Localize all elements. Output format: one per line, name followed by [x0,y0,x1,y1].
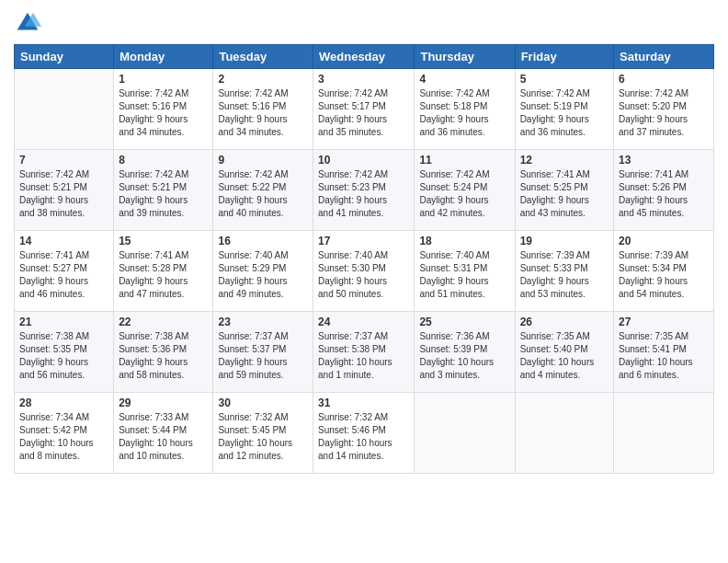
calendar-cell: 2Sunrise: 7:42 AM Sunset: 5:16 PM Daylig… [213,69,313,150]
calendar-cell [15,69,114,150]
day-number: 27 [619,316,709,328]
calendar-week-row: 21Sunrise: 7:38 AM Sunset: 5:35 PM Dayli… [15,312,714,393]
day-number: 5 [520,73,609,86]
day-number: 22 [119,316,208,328]
day-info: Sunrise: 7:42 AM Sunset: 5:18 PM Dayligh… [419,87,509,139]
day-info: Sunrise: 7:33 AM Sunset: 5:44 PM Dayligh… [119,411,208,463]
calendar-cell: 3Sunrise: 7:42 AM Sunset: 5:17 PM Daylig… [313,69,415,150]
calendar-cell: 24Sunrise: 7:37 AM Sunset: 5:38 PM Dayli… [313,312,415,393]
day-info: Sunrise: 7:42 AM Sunset: 5:21 PM Dayligh… [19,168,108,220]
day-number: 18 [419,235,509,247]
day-header-thursday: Thursday [415,45,515,69]
calendar-cell: 13Sunrise: 7:41 AM Sunset: 5:26 PM Dayli… [614,150,714,231]
day-number: 12 [520,154,609,167]
day-info: Sunrise: 7:40 AM Sunset: 5:30 PM Dayligh… [318,249,409,301]
calendar-cell: 23Sunrise: 7:37 AM Sunset: 5:37 PM Dayli… [213,312,313,393]
day-number: 29 [119,396,208,409]
day-number: 31 [318,396,409,409]
day-number: 3 [318,73,409,86]
calendar-cell: 21Sunrise: 7:38 AM Sunset: 5:35 PM Dayli… [15,312,114,393]
calendar-week-row: 1Sunrise: 7:42 AM Sunset: 5:16 PM Daylig… [15,69,714,150]
calendar-cell: 1Sunrise: 7:42 AM Sunset: 5:16 PM Daylig… [114,69,213,150]
day-number: 9 [218,154,308,167]
day-info: Sunrise: 7:42 AM Sunset: 5:21 PM Dayligh… [119,168,208,220]
day-info: Sunrise: 7:42 AM Sunset: 5:24 PM Dayligh… [419,168,509,220]
day-info: Sunrise: 7:41 AM Sunset: 5:26 PM Dayligh… [619,168,709,220]
calendar-cell: 6Sunrise: 7:42 AM Sunset: 5:20 PM Daylig… [614,69,714,150]
day-info: Sunrise: 7:42 AM Sunset: 5:16 PM Dayligh… [119,87,208,139]
day-header-monday: Monday [114,45,213,69]
calendar-cell [614,393,714,474]
day-number: 6 [619,73,709,86]
day-info: Sunrise: 7:32 AM Sunset: 5:46 PM Dayligh… [318,411,409,463]
calendar-cell: 28Sunrise: 7:34 AM Sunset: 5:42 PM Dayli… [15,393,114,474]
calendar-cell: 7Sunrise: 7:42 AM Sunset: 5:21 PM Daylig… [15,150,114,231]
day-number: 14 [19,235,108,247]
day-header-friday: Friday [515,45,613,69]
day-number: 23 [218,316,308,328]
calendar-cell: 12Sunrise: 7:41 AM Sunset: 5:25 PM Dayli… [515,150,613,231]
day-info: Sunrise: 7:42 AM Sunset: 5:19 PM Dayligh… [520,87,609,139]
day-info: Sunrise: 7:37 AM Sunset: 5:38 PM Dayligh… [318,330,409,382]
header [14,9,714,37]
day-number: 15 [119,235,208,247]
day-info: Sunrise: 7:35 AM Sunset: 5:40 PM Dayligh… [520,330,609,382]
calendar-cell: 29Sunrise: 7:33 AM Sunset: 5:44 PM Dayli… [114,393,213,474]
day-number: 2 [218,73,308,86]
day-header-sunday: Sunday [15,45,114,69]
day-info: Sunrise: 7:38 AM Sunset: 5:35 PM Dayligh… [19,330,108,382]
day-number: 16 [218,235,308,247]
day-number: 11 [419,154,509,167]
day-number: 20 [619,235,709,247]
day-number: 25 [419,316,509,328]
day-number: 8 [119,154,208,167]
calendar-week-row: 28Sunrise: 7:34 AM Sunset: 5:42 PM Dayli… [15,393,714,474]
day-info: Sunrise: 7:37 AM Sunset: 5:37 PM Dayligh… [218,330,308,382]
day-number: 28 [19,396,108,409]
calendar-table: SundayMondayTuesdayWednesdayThursdayFrid… [14,44,714,474]
calendar-cell: 5Sunrise: 7:42 AM Sunset: 5:19 PM Daylig… [515,69,613,150]
calendar-cell: 18Sunrise: 7:40 AM Sunset: 5:31 PM Dayli… [415,231,515,312]
day-info: Sunrise: 7:42 AM Sunset: 5:23 PM Dayligh… [318,168,409,220]
day-info: Sunrise: 7:32 AM Sunset: 5:45 PM Dayligh… [218,411,308,463]
calendar-cell: 4Sunrise: 7:42 AM Sunset: 5:18 PM Daylig… [415,69,515,150]
day-number: 17 [318,235,409,247]
day-number: 7 [19,154,108,167]
day-number: 26 [520,316,609,328]
day-header-wednesday: Wednesday [313,45,415,69]
calendar-cell: 8Sunrise: 7:42 AM Sunset: 5:21 PM Daylig… [114,150,213,231]
day-number: 1 [119,73,208,86]
calendar-cell: 20Sunrise: 7:39 AM Sunset: 5:34 PM Dayli… [614,231,714,312]
day-info: Sunrise: 7:40 AM Sunset: 5:31 PM Dayligh… [419,249,509,301]
day-info: Sunrise: 7:38 AM Sunset: 5:36 PM Dayligh… [119,330,208,382]
day-info: Sunrise: 7:35 AM Sunset: 5:41 PM Dayligh… [619,330,709,382]
calendar-cell: 17Sunrise: 7:40 AM Sunset: 5:30 PM Dayli… [313,231,415,312]
day-info: Sunrise: 7:42 AM Sunset: 5:16 PM Dayligh… [218,87,308,139]
calendar-cell: 27Sunrise: 7:35 AM Sunset: 5:41 PM Dayli… [614,312,714,393]
day-info: Sunrise: 7:36 AM Sunset: 5:39 PM Dayligh… [419,330,509,382]
calendar-cell [415,393,515,474]
day-header-saturday: Saturday [614,45,714,69]
calendar-cell: 9Sunrise: 7:42 AM Sunset: 5:22 PM Daylig… [213,150,313,231]
day-info: Sunrise: 7:42 AM Sunset: 5:17 PM Dayligh… [318,87,409,139]
logo [14,9,45,37]
day-info: Sunrise: 7:39 AM Sunset: 5:33 PM Dayligh… [520,249,609,301]
logo-icon [14,9,41,37]
day-header-tuesday: Tuesday [213,45,313,69]
calendar-header-row: SundayMondayTuesdayWednesdayThursdayFrid… [15,45,714,69]
calendar-week-row: 7Sunrise: 7:42 AM Sunset: 5:21 PM Daylig… [15,150,714,231]
calendar-cell: 14Sunrise: 7:41 AM Sunset: 5:27 PM Dayli… [15,231,114,312]
day-number: 4 [419,73,509,86]
day-info: Sunrise: 7:41 AM Sunset: 5:27 PM Dayligh… [19,249,108,301]
day-number: 21 [19,316,108,328]
calendar-cell [515,393,613,474]
calendar-cell: 31Sunrise: 7:32 AM Sunset: 5:46 PM Dayli… [313,393,415,474]
calendar-cell: 19Sunrise: 7:39 AM Sunset: 5:33 PM Dayli… [515,231,613,312]
day-info: Sunrise: 7:34 AM Sunset: 5:42 PM Dayligh… [19,411,108,463]
day-info: Sunrise: 7:42 AM Sunset: 5:20 PM Dayligh… [619,87,709,139]
calendar-cell: 25Sunrise: 7:36 AM Sunset: 5:39 PM Dayli… [415,312,515,393]
calendar-cell: 15Sunrise: 7:41 AM Sunset: 5:28 PM Dayli… [114,231,213,312]
day-info: Sunrise: 7:41 AM Sunset: 5:28 PM Dayligh… [119,249,208,301]
calendar-week-row: 14Sunrise: 7:41 AM Sunset: 5:27 PM Dayli… [15,231,714,312]
calendar-cell: 22Sunrise: 7:38 AM Sunset: 5:36 PM Dayli… [114,312,213,393]
